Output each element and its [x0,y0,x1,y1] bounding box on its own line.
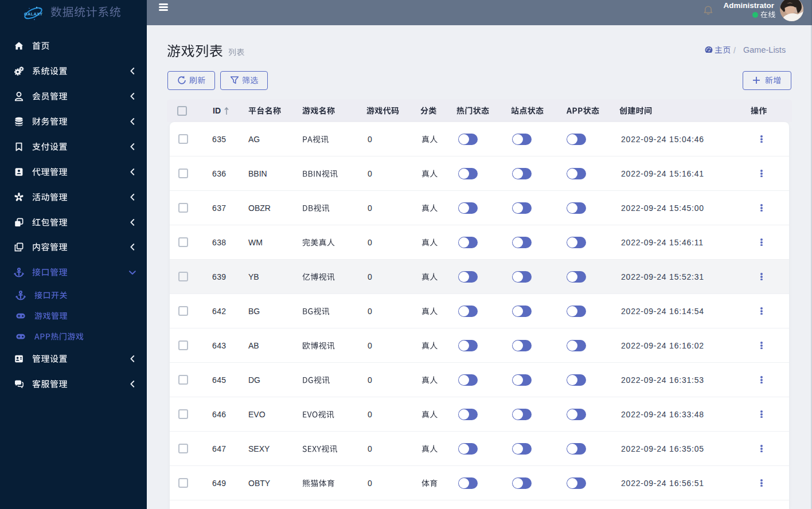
svg-text:GALAXY: GALAXY [24,11,43,17]
